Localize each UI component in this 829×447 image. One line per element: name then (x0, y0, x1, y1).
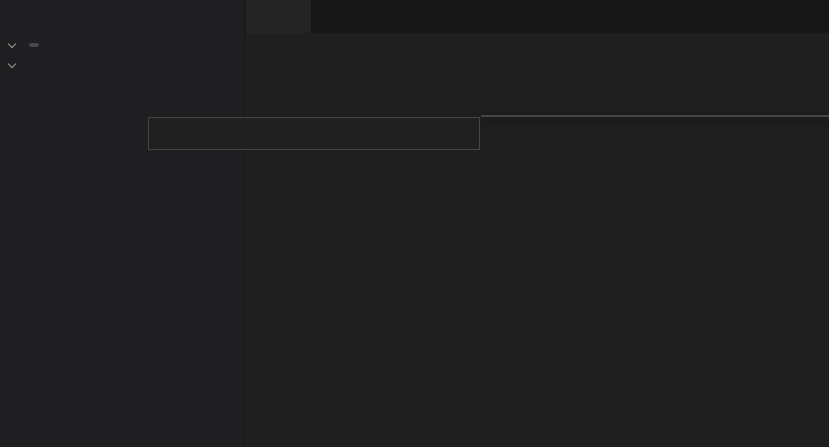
breadcrumb (246, 33, 829, 55)
chevron-down-icon (4, 58, 19, 72)
editor-group (246, 0, 829, 447)
tab-index-ts[interactable] (246, 0, 311, 33)
vscode-window (0, 0, 829, 447)
unsaved-badge (29, 43, 39, 47)
chevron-down-icon (4, 38, 19, 52)
workspace-section-header[interactable] (0, 55, 244, 75)
explorer-header (0, 0, 244, 35)
explorer-sidebar (0, 0, 245, 447)
tab-bar (246, 0, 829, 33)
suggest-details-panel (148, 117, 480, 150)
suggest-widget (481, 115, 829, 117)
open-editors-section-header[interactable] (0, 35, 244, 55)
